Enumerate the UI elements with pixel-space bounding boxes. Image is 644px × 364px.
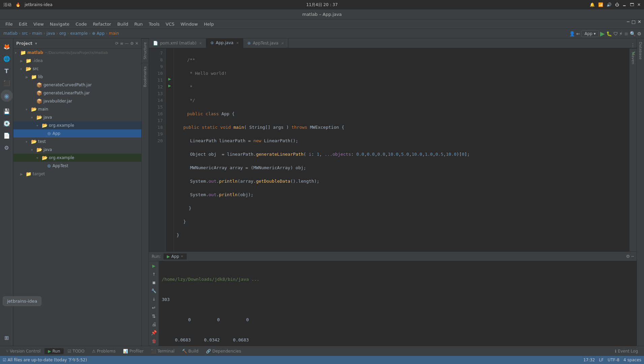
tree-test-org[interactable]: ▾ 📂 org.example — [13, 154, 141, 162]
run-line-11[interactable]: ▶ — [168, 77, 171, 81]
sidebar-icon-earth[interactable]: 🌐 — [1, 53, 12, 64]
volume-icon[interactable]: 🔊 — [607, 2, 612, 7]
scroll-up-btn[interactable]: ↑ — [150, 271, 158, 278]
panel-close[interactable]: ✕ — [135, 41, 139, 46]
coverage-btn[interactable]: 🛡 — [613, 31, 618, 36]
debug-btn[interactable]: 🐛 — [606, 31, 612, 36]
run-btn[interactable]: ▶ — [600, 30, 605, 37]
stop-btn[interactable]: ⏹ — [624, 31, 628, 36]
sidebar-icon-gear[interactable]: ⚙ — [1, 142, 12, 153]
status-line-sep[interactable]: LF — [599, 358, 604, 362]
tab-build[interactable]: 🔨 Build — [179, 348, 202, 354]
run-tab-close[interactable]: ✕ — [181, 254, 183, 258]
breadcrumb-src[interactable]: src — [22, 31, 28, 36]
status-indent[interactable]: 4 spaces — [623, 358, 641, 362]
sidebar-icon-text[interactable]: T — [1, 65, 12, 76]
window-minimize[interactable]: 🗕 — [622, 2, 626, 7]
power-icon[interactable]: ⏻ — [615, 2, 619, 7]
tab-terminal[interactable]: ⬛ Terminal — [148, 348, 178, 354]
tree-org-example[interactable]: ▾ 📂 org.example — [13, 121, 141, 129]
breadcrumb-main2[interactable]: main — [109, 31, 119, 36]
pin-btn[interactable]: 📌 — [150, 329, 158, 336]
run-panel-minimize[interactable]: ─ — [631, 254, 634, 259]
stop-run-btn[interactable]: ⏹ — [150, 279, 158, 286]
menu-window[interactable]: Window — [178, 21, 201, 28]
sidebar-icon-firefox[interactable]: 🦊 — [1, 41, 12, 52]
vcs-icon[interactable]: 👤 — [569, 31, 575, 36]
tab-dependencies[interactable]: 🔗 Dependencies — [203, 348, 244, 354]
breadcrumb-main[interactable]: main — [32, 31, 42, 36]
win-close-btn[interactable]: ✕ — [638, 19, 641, 24]
window-close[interactable]: ✕ — [637, 2, 641, 7]
tree-java[interactable]: ▾ 📂 java — [13, 113, 141, 121]
tree-apptest[interactable]: ▶ ⊕ AppTest — [13, 162, 141, 170]
panel-expand[interactable]: ≡ — [120, 41, 123, 46]
notification-icon[interactable]: 🔔 — [590, 2, 595, 7]
tab-pom-close[interactable]: ✕ — [199, 41, 202, 45]
network-icon[interactable]: 📶 — [598, 2, 603, 7]
tab-app-close[interactable]: ✕ — [236, 41, 239, 45]
vtab-structure[interactable]: Structure — [142, 38, 149, 63]
run-line-12[interactable]: ▶ — [168, 84, 171, 88]
tree-jar2[interactable]: ▶ 📦 generateLinearPath.jar — [13, 89, 141, 97]
tree-app[interactable]: ▶ ⊕ App — [13, 129, 141, 138]
rerun-btn[interactable]: ▶ — [150, 263, 158, 270]
menu-code[interactable]: Code — [73, 21, 89, 28]
menu-navigate[interactable]: Navigate — [47, 21, 72, 28]
filter-btn[interactable]: ⇅ — [150, 312, 158, 320]
breadcrumb-org[interactable]: org — [59, 31, 66, 36]
tree-jar3[interactable]: ▶ 📦 javabuilder.jar — [13, 97, 141, 105]
menu-build[interactable]: Build — [115, 21, 131, 28]
tab-problems[interactable]: ⚠ Problems — [89, 348, 119, 354]
tab-todo[interactable]: ☑ TODO — [64, 348, 88, 354]
status-encoding[interactable]: UTF-8 — [608, 358, 619, 362]
wrap-btn[interactable]: ↵ — [150, 304, 158, 311]
sidebar-icon-grid[interactable]: ⊞ — [1, 332, 12, 343]
tree-idea[interactable]: ▶ 📁 .idea — [13, 57, 141, 65]
tree-jar1[interactable]: ▶ 📦 generateCurvedPath.jar — [13, 81, 141, 89]
search-btn[interactable]: 🔍 — [630, 31, 636, 36]
tree-lib[interactable]: ▶ 📁 lib — [13, 73, 141, 81]
event-log-btn[interactable]: ℹ Event Log — [612, 348, 641, 354]
panel-collapse[interactable]: — — [125, 41, 129, 46]
code-content[interactable]: /** * Hello world! * */ public class App… — [174, 49, 629, 251]
menu-help[interactable]: Help — [201, 21, 217, 28]
clear-btn[interactable]: 🗑 — [150, 337, 158, 344]
back-icon[interactable]: ← — [576, 31, 580, 36]
tab-app[interactable]: ⊕ App.java ✕ — [206, 38, 243, 48]
tab-run[interactable]: ▶ Run — [44, 348, 63, 354]
breadcrumb-matlab[interactable]: matlab — [3, 31, 18, 36]
run-config-btn[interactable]: App ▾ — [581, 30, 599, 37]
menu-tools[interactable]: Tools — [146, 21, 162, 28]
menu-run[interactable]: Run — [132, 21, 146, 28]
breadcrumb-java[interactable]: java — [47, 31, 55, 36]
panel-sync[interactable]: ⟳ — [115, 41, 119, 46]
breadcrumb-app[interactable]: ⊕ App — [92, 31, 104, 36]
win-max-btn[interactable]: □ — [632, 19, 636, 24]
scroll-down-btn[interactable]: ↓ — [150, 296, 158, 303]
tab-menu-btn[interactable]: ⋮ — [631, 42, 635, 48]
wrench-btn[interactable]: 🔧 — [150, 287, 158, 295]
tab-apptest-close[interactable]: ✕ — [281, 41, 284, 45]
tree-main[interactable]: ▾ 📂 main — [13, 105, 141, 113]
tree-root[interactable]: ▾ 📁 matlab ~/Documents/JavaProjects/matl… — [13, 49, 141, 57]
tree-target[interactable]: ▶ 📁 target — [13, 170, 141, 178]
tab-pom[interactable]: 📄 pom.xml (matlab) ✕ — [149, 38, 206, 48]
run-panel-gear[interactable]: ⚙ — [626, 254, 630, 259]
tab-profiler[interactable]: 📊 Profiler — [120, 348, 147, 354]
tree-src[interactable]: ▾ 📂 src — [13, 65, 141, 73]
activities-label[interactable]: 活动 — [3, 2, 11, 8]
run-tab[interactable]: ▶ App ✕ — [163, 253, 187, 260]
status-line-col[interactable]: 17:32 — [583, 358, 595, 362]
tab-version-control[interactable]: ⑂ Version Control — [3, 348, 44, 354]
print-btn[interactable]: 🖨 — [150, 321, 158, 328]
vtab-bookmarks[interactable]: Bookmarks — [142, 63, 149, 90]
tree-test[interactable]: ▾ 📂 test — [13, 138, 141, 146]
sidebar-icon-terminal[interactable]: ⬛ — [1, 78, 12, 88]
more-run-btn[interactable]: ⚡ — [619, 31, 623, 36]
menu-refactor[interactable]: Refactor — [90, 21, 114, 28]
win-min-btn[interactable]: ─ — [627, 19, 630, 24]
settings-btn[interactable]: ⚙ — [637, 31, 641, 36]
sidebar-icon-file[interactable]: 📄 — [1, 130, 12, 141]
menu-vcs[interactable]: VCS — [163, 21, 177, 28]
